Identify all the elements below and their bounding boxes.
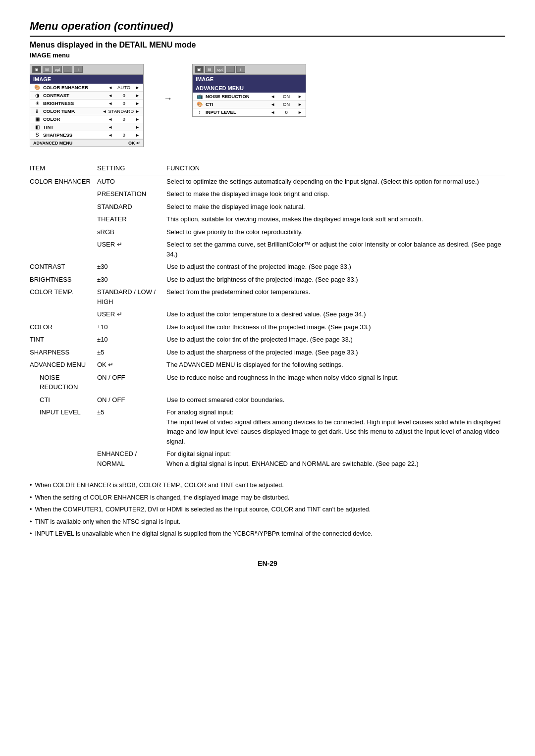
menus-display: ▣ ▤ opt – i IMAGE 🎨 COLOR ENHANCER ◄ AUT… (30, 64, 505, 147)
table-row: COLOR ENHANCERAUTOSelect to optimize the… (30, 175, 505, 188)
table-cell-function: Select to optimize the settings automati… (163, 175, 505, 188)
toolbar-icon-2: ▤ (43, 66, 52, 73)
left-menu-rows: 🎨 COLOR ENHANCER ◄ AUTO ► ◑ CONTRAST ◄ 0… (30, 84, 143, 139)
table-cell-function: For analog signal input:The input level … (163, 406, 505, 448)
menu-arrow-left: ◄ (107, 85, 114, 90)
left-menu-row: ◧ TINT ◄ ► (30, 123, 143, 131)
table-cell-setting: PRESENTATION (94, 188, 163, 201)
toolbar-icon-3: opt (53, 66, 62, 73)
menu-arrow-right: ► (296, 102, 304, 107)
table-cell-item: TINT (30, 333, 94, 346)
menu-row-value: ON (276, 94, 296, 99)
left-menu-footer: ADVANCED MENU OK ↵ (30, 139, 143, 147)
right-menu-toolbar: ▣ ▤ opt – i (193, 64, 306, 75)
table-cell-setting: STANDARD / LOW / HIGH (94, 286, 163, 308)
menu-arrow-right: ► (134, 93, 141, 98)
footer-left: ADVANCED MENU (33, 141, 72, 146)
menu-arrow-right: ► (134, 133, 141, 138)
menu-arrow-right: ► (134, 117, 141, 122)
table-cell-item: CTI (30, 394, 94, 406)
menu-row-label: COLOR (42, 116, 107, 122)
menu-row-value: 0 (114, 101, 134, 106)
bullet-dot: • (30, 492, 32, 504)
table-cell-function: Select to set the gamma curve, set Brill… (163, 238, 505, 260)
menu-row-icon: 🎨 (32, 85, 42, 90)
menu-row-label: TINT (42, 124, 107, 130)
toolbar-icon-5: i (74, 66, 83, 73)
menu-row-label: CTI (205, 101, 269, 107)
table-cell-item: SHARPNESS (30, 346, 94, 359)
table-cell-function: Use to adjust the color tint of the proj… (163, 333, 505, 346)
table-row: COLOR TEMP.STANDARD / LOW / HIGHSelect f… (30, 286, 505, 308)
menu-row-icon: ☀ (32, 101, 42, 106)
table-cell-item: CONTRAST (30, 260, 94, 273)
toolbar-icon-r3: opt (215, 66, 224, 73)
table-row: NOISE REDUCTIONON / OFFUse to reduce noi… (30, 371, 505, 394)
left-menu-row: ◑ CONTRAST ◄ 0 ► (30, 92, 143, 100)
menu-arrow-left: ◄ (269, 102, 276, 107)
table-cell-function: Select to give priority to the color rep… (163, 226, 505, 239)
table-cell-function: Use to adjust the brightness of the proj… (163, 273, 505, 286)
menu-row-value: ON (276, 101, 296, 107)
bullet-text: When the setting of COLOR ENHANCER is ch… (35, 492, 289, 504)
right-menu-header: IMAGE (193, 75, 306, 84)
table-cell-setting: ±10 (94, 321, 163, 334)
bullet-dot: • (30, 504, 32, 515)
left-menu-row: 🌡 COLOR TEMP. ◄ STANDARD ► (30, 107, 143, 115)
bullet-text: When the COMPUTER1, COMPUTER2, DVI or HD… (35, 504, 371, 515)
bullet-item: •INPUT LEVEL is unavailable when the dig… (30, 528, 505, 540)
menu-arrow-left: ◄ (101, 109, 108, 114)
toolbar-icon-4: – (63, 66, 72, 73)
bullets-list: •When COLOR ENHANCER is sRGB, COLOR TEMP… (30, 480, 505, 540)
toolbar-icon-r4: – (226, 66, 235, 73)
table-row: ENHANCED / NORMALFor digital signal inpu… (30, 448, 505, 470)
left-menu-row: ▣ COLOR ◄ 0 ► (30, 115, 143, 123)
menu-row-value: 0 (114, 93, 134, 98)
table-row: COLOR±10Use to adjust the color thicknes… (30, 321, 505, 334)
table-cell-setting: ±30 (94, 260, 163, 273)
table-cell-function: Use to adjust the sharpness of the proje… (163, 346, 505, 359)
table-row: USER ↵Select to set the gamma curve, set… (30, 238, 505, 260)
bullet-text: INPUT LEVEL is unavailable when the digi… (35, 528, 373, 540)
table-cell-setting: ON / OFF (94, 371, 163, 394)
menu-row-label: COLOR ENHANCER (42, 85, 107, 90)
menu-row-label: SHARPNESS (42, 132, 107, 138)
table-cell-item: ADVANCED MENU (30, 358, 94, 371)
table-cell-function: The ADVANCED MENU is displayed for the f… (163, 358, 505, 371)
table-cell-setting: ±5 (94, 346, 163, 359)
right-menu-row: ↕ INPUT LEVEL ◄ 0 ► (193, 108, 306, 116)
table-row: CONTRAST±30Use to adjust the contrast of… (30, 260, 505, 273)
table-cell-function: Select to make the displayed image look … (163, 201, 505, 213)
bullet-item: •When the setting of COLOR ENHANCER is c… (30, 492, 505, 504)
menu-row-icon: 📺 (195, 94, 205, 99)
table-cell-function: This option, suitable for viewing movies… (163, 213, 505, 226)
menu-arrow-right: ► (134, 85, 141, 90)
right-menu-subheader: ADVANCED MENU (193, 84, 306, 93)
menu-row-label: CONTRAST (42, 93, 107, 98)
table-cell-setting: USER ↵ (94, 308, 163, 321)
bullet-dot: • (30, 480, 32, 491)
table-header: ITEM SETTING FUNCTION (30, 162, 505, 175)
content-table: ITEM SETTING FUNCTION COLOR ENHANCERAUTO… (30, 162, 505, 470)
table-row: sRGBSelect to give priority to the color… (30, 226, 505, 239)
subsection-label: IMAGE menu (30, 51, 505, 59)
table-cell-item: NOISE REDUCTION (30, 371, 94, 394)
right-menu-row: 🎨 CTI ◄ ON ► (193, 101, 306, 108)
table-cell-function: Use to adjust the color temperature to a… (163, 308, 505, 321)
bullet-dot: • (30, 516, 32, 528)
left-menu-row: ☀ BRIGHTNESS ◄ 0 ► (30, 100, 143, 107)
right-menu: ▣ ▤ opt – i IMAGE ADVANCED MENU 📺 NOISE … (192, 64, 306, 117)
table-cell-setting: ENHANCED / NORMAL (94, 448, 163, 470)
table-cell-setting: ON / OFF (94, 394, 163, 406)
col-header-function: FUNCTION (163, 162, 505, 175)
left-menu: ▣ ▤ opt – i IMAGE 🎨 COLOR ENHANCER ◄ AUT… (30, 64, 144, 147)
menu-row-icon: 🎨 (195, 101, 205, 107)
menu-row-icon: ▣ (32, 116, 42, 122)
menu-arrow-left: ◄ (107, 101, 114, 106)
col-header-setting: SETTING (94, 162, 163, 175)
menu-row-value: STANDARD (108, 108, 134, 114)
table-row: PRESENTATIONSelect to make the displayed… (30, 188, 505, 201)
page-number: EN-29 (30, 559, 505, 567)
menu-row-label: COLOR TEMP. (42, 108, 101, 114)
table-cell-setting: ±30 (94, 273, 163, 286)
